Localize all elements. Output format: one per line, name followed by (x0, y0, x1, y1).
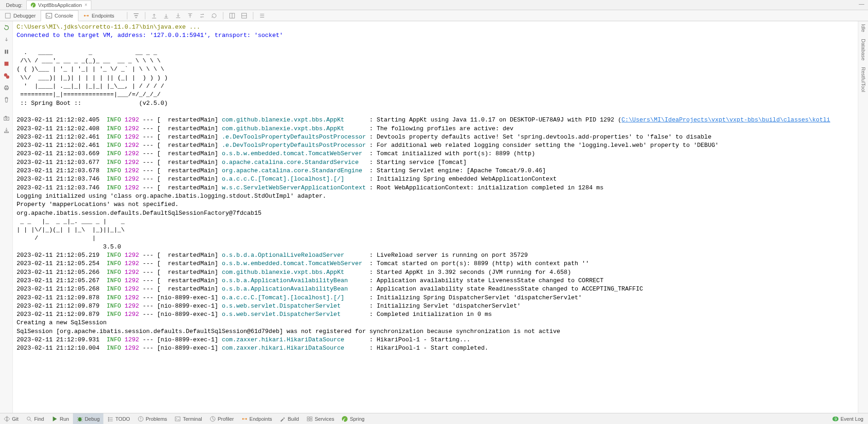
spring-leaf-icon (30, 2, 36, 8)
right-tool-strip: Idle Database RestfulTool (858, 21, 868, 413)
git-icon (4, 416, 10, 422)
camera-icon[interactable] (2, 114, 11, 123)
sb-problems-label: Problems (146, 416, 167, 422)
download-icon[interactable] (173, 11, 183, 21)
debug-label-text: Debug: (6, 2, 22, 8)
right-tab-idle[interactable]: Idle (861, 24, 866, 32)
sb-todo[interactable]: TODO (103, 413, 134, 424)
layout2-icon[interactable] (239, 11, 249, 21)
debug-label: Debug: (2, 0, 26, 10)
svg-point-15 (6, 118, 7, 120)
print-icon[interactable] (2, 83, 11, 92)
svg-rect-29 (307, 419, 309, 421)
close-icon[interactable]: × (84, 2, 87, 7)
sb-services-label: Services (315, 416, 334, 422)
sb-find[interactable]: Find (22, 413, 48, 424)
endpoints2-icon (241, 416, 248, 422)
refresh-icon[interactable] (209, 11, 219, 21)
svg-point-2 (84, 15, 85, 17)
svg-rect-1 (46, 13, 52, 18)
sb-terminal-label: Terminal (183, 416, 202, 422)
tab-console-label: Console (54, 13, 73, 18)
up-stack-icon[interactable] (149, 11, 159, 21)
svg-rect-12 (5, 86, 7, 87)
run-tab-label: VxptBbsApplication (38, 2, 82, 8)
sb-build-label: Build (287, 416, 299, 422)
sb-debug[interactable]: Debug (73, 413, 103, 424)
bug-icon (77, 416, 83, 422)
sb-find-label: Find (34, 416, 44, 422)
terminal-icon (174, 416, 181, 422)
sb-git[interactable]: Git (0, 413, 22, 424)
rerun-icon[interactable] (2, 23, 11, 32)
sb-profiler[interactable]: Profiler (206, 413, 238, 424)
svg-rect-17 (4, 132, 8, 133)
svg-point-21 (78, 417, 81, 421)
run-config-tabs: Debug: VxptBbsApplication × — (0, 0, 868, 10)
svg-point-25 (242, 418, 244, 420)
step-down-icon[interactable] (2, 35, 11, 44)
console-output[interactable]: C:\Users\MI\.jdks\corretto-11.0.17\bin\j… (13, 21, 858, 413)
svg-rect-6 (5, 50, 6, 54)
svg-rect-27 (307, 417, 309, 418)
sb-git-label: Git (12, 416, 18, 422)
settings-icon[interactable] (257, 11, 267, 21)
play-icon (51, 416, 58, 422)
down-stack-icon[interactable] (161, 11, 171, 21)
svg-point-10 (6, 75, 9, 79)
sb-event-log[interactable]: 9 Event Log (832, 416, 868, 422)
stop-icon[interactable] (2, 59, 11, 68)
minimize-icon[interactable]: — (859, 1, 866, 8)
console-icon (46, 12, 52, 19)
endpoints-icon (83, 12, 90, 19)
search-icon (26, 416, 32, 422)
sb-run[interactable]: Run (48, 413, 72, 424)
todo-icon (107, 416, 114, 422)
status-bar: Git Find Run Debug TODO Problems Termina… (0, 413, 868, 424)
left-action-gutter (0, 21, 13, 413)
sb-services[interactable]: Services (303, 413, 338, 424)
spring-icon (341, 416, 348, 422)
tab-console[interactable]: Console (41, 10, 78, 21)
svg-rect-7 (6, 50, 8, 54)
swap-icon[interactable] (197, 11, 207, 21)
debugger-icon (5, 12, 11, 19)
pause-icon[interactable] (2, 47, 11, 56)
sb-endpoints[interactable]: Endpoints (238, 413, 276, 424)
sb-problems[interactable]: Problems (134, 413, 171, 424)
svg-rect-30 (310, 419, 312, 421)
sb-terminal[interactable]: Terminal (171, 413, 206, 424)
services-icon (306, 416, 313, 422)
problems-icon (138, 416, 144, 422)
tab-endpoints[interactable]: Endpoints (78, 10, 120, 21)
svg-rect-23 (175, 417, 180, 421)
sb-spring-label: Spring (350, 416, 365, 422)
profiler-icon (210, 416, 216, 422)
run-tab-vxptbbs[interactable]: VxptBbsApplication × (26, 0, 91, 10)
sb-todo-label: TODO (115, 416, 130, 422)
tab-endpoints-label: Endpoints (92, 13, 114, 18)
sb-run-label: Run (60, 416, 69, 422)
filter-icon[interactable] (131, 11, 141, 21)
layout-icon[interactable] (227, 11, 237, 21)
export-icon[interactable] (2, 126, 11, 135)
tab-debugger[interactable]: Debugger (0, 10, 41, 21)
sb-build[interactable]: Build (275, 413, 302, 424)
toggle-breakpoints-icon[interactable] (2, 71, 11, 80)
svg-rect-14 (4, 117, 9, 120)
svg-rect-28 (310, 417, 312, 418)
svg-rect-8 (4, 62, 8, 66)
hammer-icon (279, 416, 286, 422)
svg-rect-16 (5, 116, 6, 117)
delete-icon[interactable] (2, 95, 11, 104)
upload-icon[interactable] (185, 11, 195, 21)
sb-spring[interactable]: Spring (338, 413, 368, 424)
sb-endpoints-label: Endpoints (250, 416, 272, 422)
svg-point-20 (27, 417, 30, 420)
tab-debugger-label: Debugger (13, 13, 36, 18)
right-tab-database[interactable]: Database (861, 39, 866, 61)
sb-profiler-label: Profiler (218, 416, 234, 422)
event-log-badge: 9 (832, 417, 838, 421)
right-tab-restful[interactable]: RestfulTool (861, 67, 866, 92)
svg-point-26 (245, 418, 247, 420)
